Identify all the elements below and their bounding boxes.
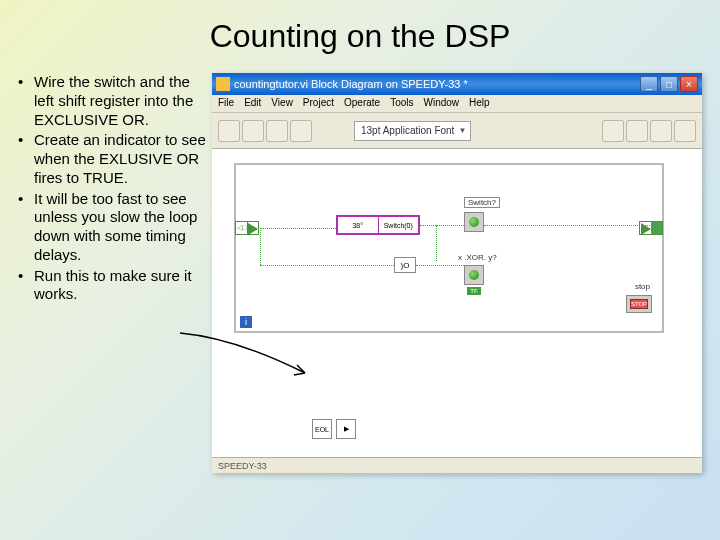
- switch-terminal-left: 38°: [338, 217, 379, 233]
- menu-help[interactable]: Help: [469, 97, 490, 110]
- bullet-item: Run this to make sure it works.: [18, 267, 206, 305]
- wire: [416, 265, 464, 266]
- play-node[interactable]: ▶: [336, 419, 356, 439]
- led-icon: [469, 217, 479, 227]
- menu-edit[interactable]: Edit: [244, 97, 261, 110]
- block-diagram[interactable]: ◁□ Switch? 38° Switch(0) )O x .XOR. y?: [212, 149, 702, 459]
- led-icon: [469, 270, 479, 280]
- pause-button[interactable]: [290, 120, 312, 142]
- distribute-button[interactable]: [626, 120, 648, 142]
- labview-window: countingtutor.vi Block Diagram on SPEEDY…: [212, 73, 702, 473]
- shift-register-left[interactable]: ◁□: [235, 221, 259, 235]
- loop-condition-terminal[interactable]: i: [240, 316, 252, 328]
- menu-view[interactable]: View: [271, 97, 293, 110]
- run-button[interactable]: [218, 120, 240, 142]
- boolean-type-icon: TF: [467, 287, 481, 295]
- window-title: countingtutor.vi Block Diagram on SPEEDY…: [234, 78, 640, 90]
- slide-title: Counting on the DSP: [0, 0, 720, 55]
- font-label: 13pt Application Font: [361, 125, 454, 136]
- maximize-button[interactable]: □: [660, 76, 678, 92]
- help-icon[interactable]: [674, 120, 696, 142]
- bullet-item: Create an indicator to see when the EXLU…: [18, 131, 206, 187]
- wire: [484, 225, 662, 226]
- menu-project[interactable]: Project: [303, 97, 334, 110]
- status-text: SPEEDY-33: [218, 461, 267, 471]
- shift-register-right[interactable]: [639, 221, 663, 235]
- wire: [260, 265, 394, 266]
- close-button[interactable]: ×: [680, 76, 698, 92]
- menubar: File Edit View Project Operate Tools Win…: [212, 95, 702, 113]
- abort-button[interactable]: [266, 120, 288, 142]
- align-button[interactable]: [602, 120, 624, 142]
- app-icon: [216, 77, 230, 91]
- switch-label: Switch?: [464, 197, 500, 208]
- detached-nodes: EOL ▶: [312, 419, 356, 439]
- menu-window[interactable]: Window: [423, 97, 459, 110]
- xor-indicator[interactable]: TF: [464, 265, 484, 291]
- minimize-button[interactable]: _: [640, 76, 658, 92]
- xor-output-label: x .XOR. y?: [458, 253, 497, 262]
- xor-node[interactable]: )O: [394, 257, 416, 273]
- menu-tools[interactable]: Tools: [390, 97, 413, 110]
- wire: [260, 228, 336, 229]
- wire: [260, 228, 261, 265]
- bullet-item: It will be too fast to see unless you sl…: [18, 190, 206, 265]
- font-selector[interactable]: 13pt Application Font ▼: [354, 121, 471, 141]
- chevron-down-icon: ▼: [458, 126, 466, 135]
- bullet-item: Wire the switch and the left shift regis…: [18, 73, 206, 129]
- bullet-list: Wire the switch and the left shift regis…: [18, 73, 206, 473]
- stop-label: stop: [635, 282, 650, 291]
- switch-terminal-right: Switch(0): [379, 217, 419, 233]
- stop-button[interactable]: STOP: [626, 295, 652, 313]
- switch-indicator[interactable]: [464, 212, 484, 238]
- switch-terminal[interactable]: 38° Switch(0): [336, 215, 420, 235]
- toolbar: 13pt Application Font ▼: [212, 113, 702, 149]
- run-continuous-button[interactable]: [242, 120, 264, 142]
- while-loop[interactable]: ◁□ Switch? 38° Switch(0) )O x .XOR. y?: [234, 163, 664, 333]
- titlebar: countingtutor.vi Block Diagram on SPEEDY…: [212, 73, 702, 95]
- stop-button-label: STOP: [630, 299, 648, 309]
- menu-file[interactable]: File: [218, 97, 234, 110]
- menu-operate[interactable]: Operate: [344, 97, 380, 110]
- statusbar: SPEEDY-33: [212, 457, 702, 473]
- array-index-node[interactable]: EOL: [312, 419, 332, 439]
- wire: [420, 225, 464, 226]
- wire: [436, 225, 437, 261]
- reorder-button[interactable]: [650, 120, 672, 142]
